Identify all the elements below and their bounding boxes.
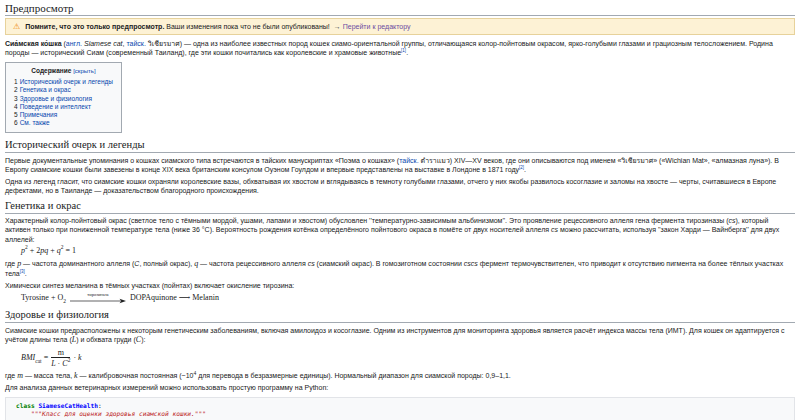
warning-message: Помните, что это только предпросмотр. Ва… (25, 22, 410, 31)
toc-item-behavior[interactable]: 4Поведение и интеллект (14, 103, 113, 111)
bmi-fraction: m L · C2 (51, 348, 70, 368)
bmi-right: · k (73, 353, 81, 363)
health-paragraph-3: Для анализа данных ветеринарных измерени… (5, 383, 795, 392)
section-heading-genetics: Генетика и окрас (5, 200, 795, 214)
formula-hardy-weinberg: p2 + 2pq + q2 = 1 (21, 246, 795, 256)
toc-item-genetics[interactable]: 2Генетика и окрас (14, 86, 113, 94)
long-arrow-icon (70, 298, 126, 304)
toc-item-history[interactable]: 1Исторический очерк и легенды (14, 78, 113, 86)
preview-page: Предпросмотр ⚠ Помните, что это только п… (5, 2, 795, 420)
lead-paragraph: Сиа́мская ко́шка (англ. Siamese cat, тай… (5, 39, 795, 57)
bmi-denominator: L · C2 (51, 358, 70, 368)
toc-item-health[interactable]: 3Здоровье и физиология (14, 95, 113, 103)
warning-bold-text: Помните, что это только предпросмотр. (25, 23, 164, 30)
reaction-arrow: тирозиназа (70, 293, 126, 305)
health-paragraph-2: где m — масса тела, k — калибровочная по… (5, 371, 795, 381)
warning-triangle-icon: ⚠ (13, 23, 20, 31)
toc-header: Содержание [скрыть] (14, 67, 113, 76)
toc-item-references[interactable]: 5Примечания (14, 111, 113, 119)
reaction-arrow-label: тирозиназа (87, 293, 108, 298)
go-to-editor-link[interactable]: Перейти к редактору (343, 23, 411, 30)
toc-title: Содержание (31, 67, 71, 74)
toc-list: 1Исторический очерк и легенды 2Генетика … (14, 78, 113, 127)
reaction-right: DOPAquinone ⟶ Melanin (130, 293, 219, 303)
genetics-paragraph-2: где p — частота доминантного аллеля (C, … (5, 259, 795, 278)
formula-melanin-synthesis: Tyrosine + O2 тирозиназа DOPAquinone ⟶ M… (21, 293, 795, 305)
table-of-contents: Содержание [скрыть] 1Исторический очерк … (5, 62, 122, 133)
section-heading-health: Здоровье и физиология (5, 309, 795, 323)
warning-text: Ваши изменения пока что не были опублико… (166, 23, 330, 30)
python-code-block: class SiameseCatHealth: """Класс для оце… (5, 397, 795, 420)
genetics-paragraph-3: Химически синтез меланина в тёмных участ… (5, 281, 795, 290)
history-paragraph-2: Одна из легенд гласит, что сиамские кошк… (5, 177, 795, 195)
preview-warning-box: ⚠ Помните, что это только предпросмотр. … (5, 18, 795, 35)
formula-bmi: BMIcat = m L · C2 · k (21, 348, 795, 368)
toc-item-see-also[interactable]: 6См. также (14, 119, 113, 127)
toc-hide-toggle[interactable]: [скрыть] (73, 68, 95, 74)
history-paragraph-1: Первые документальные упоминания о кошка… (5, 156, 795, 174)
reaction-left: Tyrosine + O2 (21, 293, 66, 303)
bmi-left: BMIcat = (21, 353, 48, 363)
arrow-right-icon: → (334, 23, 341, 30)
genetics-paragraph-1: Характерный колор-пойнтовый окрас (светл… (5, 216, 795, 243)
section-heading-history: Исторический очерк и легенды (5, 139, 795, 153)
page-title: Предпросмотр (5, 2, 795, 16)
health-paragraph-1: Сиамские кошки предрасположены к некотор… (5, 326, 795, 345)
